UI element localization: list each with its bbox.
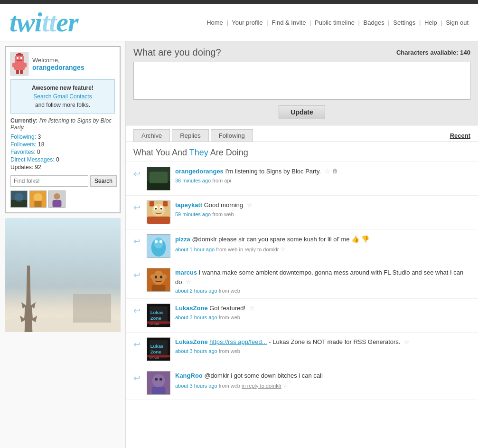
tweet-time-2[interactable]: 59 minutes ago — [175, 211, 211, 217]
tweet-avatar-2[interactable] — [147, 200, 170, 224]
tweet-meta-1: 36 minutes ago from api — [175, 178, 470, 183]
star-icon-1[interactable]: ☆ — [325, 167, 330, 176]
tweet-avatar-5[interactable]: Lukas Zone Official — [147, 304, 170, 327]
tweet-time-1[interactable]: 36 minutes ago — [175, 178, 211, 183]
timeline-heading-end: Are Doing — [208, 148, 248, 157]
tweet-user-6[interactable]: LukasZone — [175, 338, 208, 345]
svg-rect-16 — [34, 201, 41, 207]
tweet-time-7[interactable]: about 3 hours ago — [175, 383, 217, 389]
svg-rect-7 — [12, 63, 15, 67]
tweet-time-4[interactable]: about 2 hours ago — [175, 288, 217, 294]
tab-archive[interactable]: Archive — [133, 129, 170, 142]
update-button[interactable]: Update — [279, 105, 325, 119]
currently-label: Currently: — [10, 117, 37, 124]
tweet-avatar-6[interactable]: Lukas Zone Official — [147, 337, 170, 361]
trash-icon-1[interactable]: 🗑 — [332, 167, 338, 176]
tab-replies[interactable]: Replies — [172, 129, 208, 142]
tweet-user-3[interactable]: pizza — [175, 236, 190, 243]
tweet-source-2: web — [224, 211, 234, 217]
tweet-avatar-1[interactable] — [147, 167, 170, 191]
svg-rect-9 — [16, 70, 19, 74]
tweet-time-3[interactable]: about 1 hour ago — [175, 247, 215, 252]
svg-rect-31 — [147, 217, 170, 224]
follower-avatar-1[interactable] — [10, 191, 28, 208]
nav-your-profile[interactable]: Your profile — [232, 19, 262, 26]
tweet-time-5[interactable]: about 3 hours ago — [175, 315, 217, 320]
nav-help[interactable]: Help — [424, 19, 437, 26]
tweet-meta-2: 59 minutes ago from web — [175, 211, 470, 217]
star-icon-3[interactable]: ☆ — [280, 246, 286, 253]
tweet-user-4[interactable]: marcus — [175, 269, 197, 276]
main-content: What are you doing? Characters available… — [126, 41, 478, 448]
sidebar-panel: Welcome, orangedoranges Awesome new feat… — [5, 46, 121, 213]
tweet-user-5[interactable]: LukasZone — [175, 305, 208, 312]
favorites-label[interactable]: Favorites: — [10, 149, 36, 155]
tweet-avatar-4[interactable] — [147, 268, 170, 292]
tab-following[interactable]: Following — [211, 129, 253, 142]
status-textarea[interactable] — [133, 62, 470, 100]
nav-badges[interactable]: Badges — [364, 19, 384, 26]
nav-sep-5: | — [388, 19, 389, 26]
tab-recent[interactable]: Recent — [450, 130, 470, 142]
star-icon-4[interactable]: ☆ — [186, 277, 191, 287]
tweet-reply-link-7[interactable]: in reply to domklr — [242, 383, 281, 389]
star-icon-6[interactable]: ☆ — [404, 337, 410, 347]
nav-settings[interactable]: Settings — [393, 19, 415, 26]
tweet-avatar-7[interactable] — [147, 371, 170, 395]
followers-label[interactable]: Followers: — [10, 141, 37, 148]
follower-avatar-3[interactable] — [48, 191, 66, 208]
header: twitter Home | Your profile | Find & Inv… — [0, 4, 478, 41]
tweet-user-7[interactable]: KangRoo — [175, 372, 203, 379]
chars-count: 140 — [460, 49, 470, 56]
svg-point-36 — [159, 240, 162, 243]
nav-find-invite[interactable]: Find & Invite — [272, 19, 306, 26]
status-title: What are you doing? — [133, 47, 221, 58]
updates-label: Updates: — [10, 164, 33, 171]
tweet-list: ↩ orangedoranges I'm listening to Signs … — [126, 162, 478, 400]
tweet-source-6: web — [231, 348, 240, 354]
tweet-avatar-3[interactable] — [147, 234, 170, 258]
tweet-row: ↩ Lukas Zone Official LukasZone Got feat… — [126, 299, 478, 333]
tweet-user-1[interactable]: orangedoranges — [175, 168, 224, 175]
search-gmail-link[interactable]: Search Gmail Contacts — [33, 93, 92, 100]
reply-icon-7: ↩ — [133, 373, 142, 383]
update-row: Update — [133, 105, 470, 119]
svg-point-41 — [160, 276, 163, 278]
nav-sign-out[interactable]: Sign out — [446, 19, 469, 26]
star-icon-7[interactable]: ☆ — [283, 382, 289, 389]
nav-sep-4: | — [358, 19, 360, 26]
welcome-text-block: Welcome, orangedoranges — [32, 57, 84, 71]
svg-rect-50 — [147, 321, 170, 324]
updates-stat: Updates: 92 — [10, 164, 115, 171]
username-link[interactable]: orangedoranges — [32, 64, 84, 71]
search-input[interactable] — [10, 175, 88, 187]
following-label[interactable]: Following: — [10, 133, 36, 140]
svg-point-13 — [15, 193, 24, 202]
tweet-body-2: tapeykatt Good morning ☆ 59 minutes ago … — [175, 200, 470, 217]
svg-rect-10 — [20, 70, 23, 74]
user-avatar — [10, 52, 28, 76]
tweet-row: ↩ Lukas Zone Official LukasZone https://… — [126, 333, 478, 366]
direct-messages-label[interactable]: Direct Messages: — [10, 156, 55, 163]
svg-point-43 — [150, 274, 155, 279]
search-button[interactable]: Search — [90, 175, 117, 187]
tweet-user-2[interactable]: tapeykatt — [175, 201, 202, 209]
nav-home[interactable]: Home — [206, 19, 223, 26]
feature-line1: Awesome new feature! — [32, 85, 94, 91]
tweet-time-6[interactable]: about 3 hours ago — [175, 348, 217, 354]
svg-text:Zone: Zone — [150, 349, 161, 354]
svg-rect-22 — [150, 172, 168, 183]
tweet-meta-6: about 3 hours ago from web — [175, 348, 470, 354]
timeline-they-link[interactable]: They — [189, 148, 208, 157]
svg-point-27 — [155, 208, 157, 210]
thumbs-icon-2: 👎 — [361, 235, 369, 243]
top-bar — [0, 0, 478, 4]
star-icon-5[interactable]: ☆ — [249, 304, 255, 313]
nav-public-timeline[interactable]: Public timeline — [315, 19, 355, 26]
tweet-text-2: tapeykatt Good morning ☆ — [175, 200, 470, 210]
tweet-reply-link-3[interactable]: in reply to domklr — [239, 247, 279, 252]
tweet-rss-link[interactable]: https://rss.app/feed... — [209, 338, 267, 345]
follower-avatar-2[interactable] — [29, 191, 47, 208]
star-icon-2[interactable]: ☆ — [247, 200, 253, 210]
feature-box: Awesome new feature! Search Gmail Contac… — [10, 79, 115, 114]
